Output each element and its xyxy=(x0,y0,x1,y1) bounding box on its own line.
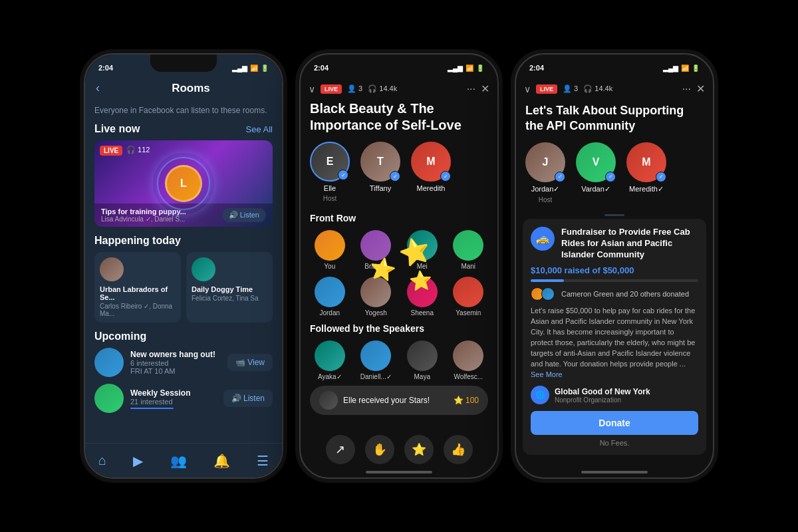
upcoming-avatar-2 xyxy=(94,384,124,413)
home-indicator-3 xyxy=(581,471,648,473)
fundraiser-icon: 🚕 xyxy=(531,227,555,251)
happening-grid: Urban Labradors of Se... Carlos Ribeiro … xyxy=(94,252,273,323)
status-bar-2: 2:04 ▂▄▆ 📶 🔋 xyxy=(301,55,497,77)
front-row-label: Front Row xyxy=(301,213,497,223)
progress-bar-fill xyxy=(531,279,564,282)
followed-ayaka: Ayaka✓ xyxy=(310,340,350,380)
no-fees-label: No Fees. xyxy=(531,439,698,447)
happening-card-1[interactable]: Urban Labradors of Se... Carlos Ribeiro … xyxy=(94,252,181,323)
happening-sub-1: Carlos Ribeiro ✓, Donna Ma... xyxy=(100,303,176,317)
live-card-sub: Lisa Advincula ✓, Daniel S... xyxy=(101,215,186,223)
nav-menu-icon[interactable]: ☰ xyxy=(257,453,269,469)
audience-name-jordan: Jordan xyxy=(319,309,340,317)
see-all-button[interactable]: See All xyxy=(246,124,273,134)
nav-home-icon[interactable]: ⌂ xyxy=(98,453,106,468)
audience-avatar-yasemin xyxy=(453,277,483,307)
listen-button-2[interactable]: 🔊 Listen xyxy=(223,390,273,407)
listeners-count-3: 👤 3 xyxy=(563,84,578,93)
back-arrow[interactable]: ‹ xyxy=(96,81,100,95)
live-tag-2: LIVE xyxy=(321,84,342,94)
more-options-icon[interactable]: ··· xyxy=(467,83,475,95)
listeners-count: 👤 3 xyxy=(347,84,362,93)
speaker-avatar-meredith: M ✓ xyxy=(411,142,451,182)
speaker-name-elle: Elle xyxy=(324,184,336,192)
speaker-name-meredith-3: Meredith✓ xyxy=(629,185,664,194)
status-bar-3: 2:04 ▂▄▆ 📶 🔋 xyxy=(516,55,713,77)
donors-text: Cameron Green and 20 others donated xyxy=(561,290,689,298)
speakers-row: E ✓ Elle Host T ✓ Tiffany M ✓ xyxy=(301,142,497,202)
upcoming-item-2[interactable]: Weekly Session 21 interested 🔊 Listen xyxy=(94,384,273,413)
time-3: 2:04 xyxy=(529,64,544,72)
more-options-icon-3[interactable]: ··· xyxy=(682,83,691,95)
view-button[interactable]: 📹 View xyxy=(227,354,273,371)
audience-jordan: Jordan xyxy=(310,277,350,317)
audience-name-mani: Mani xyxy=(461,263,475,270)
like-button[interactable]: 👍 xyxy=(444,435,473,464)
verified-icon-meredith-3: ✓ xyxy=(656,172,666,182)
verified-icon-vardan: ✓ xyxy=(605,172,616,182)
verified-icon-meredith: ✓ xyxy=(440,171,451,182)
nav-bell-icon[interactable]: 🔔 xyxy=(213,453,230,469)
wave-button[interactable]: ✋ xyxy=(365,435,394,464)
audience-avatar-mani xyxy=(453,230,483,261)
chevron-down-icon[interactable]: ∨ xyxy=(309,84,315,94)
progress-bar-bg xyxy=(531,279,698,282)
verified-icon-tiffany: ✓ xyxy=(390,171,400,182)
live-badge-1: LIVE xyxy=(100,146,122,156)
speaker-elle: E ✓ Elle Host xyxy=(310,142,350,202)
listen-button[interactable]: 🔊 Listen xyxy=(222,208,266,222)
donor-avatars xyxy=(531,287,552,301)
happening-avatar-2 xyxy=(192,257,215,281)
speaker-name-jordan: Jordan✓ xyxy=(531,185,560,194)
bottom-nav-1: ⌂ ▶ 👥 🔔 ☰ xyxy=(85,443,282,477)
chevron-down-icon-3[interactable]: ∨ xyxy=(524,84,531,94)
audio-room-title: Black Beauty & The Importance of Self-Lo… xyxy=(301,100,497,142)
fundraiser-card: 🚕 Fundraiser to Provide Free Cab Rides f… xyxy=(523,219,706,455)
time-2: 2:04 xyxy=(314,64,329,72)
close-icon[interactable]: ✕ xyxy=(481,82,489,95)
audience-you: You xyxy=(310,230,350,270)
page-title-rooms: Rooms xyxy=(110,82,271,95)
speaker-jordan: J ✓ Jordan✓ Host xyxy=(525,142,565,203)
donate-button[interactable]: Donate xyxy=(531,411,698,435)
nav-video-icon[interactable]: ▶ xyxy=(133,453,143,469)
audience-mani: Mani xyxy=(449,230,489,270)
org-row: 🌐 Global Good of New York Nonprofit Orga… xyxy=(531,386,698,404)
verified-icon-elle: ✓ xyxy=(338,170,348,180)
speaker-meredith: M ✓ Meredith xyxy=(411,142,451,202)
star-button[interactable]: ⭐ xyxy=(404,435,434,464)
home-indicator-2 xyxy=(366,471,432,473)
separator xyxy=(604,214,624,216)
live-now-label: Live now xyxy=(94,123,140,135)
speaker-avatar-elle: E ✓ xyxy=(310,142,350,182)
audio-header-2: ∨ LIVE 👤 3 🎧 14.4k ··· ✕ xyxy=(301,77,497,100)
happening-avatar-1 xyxy=(100,257,124,281)
phone-3: 2:04 ▂▄▆ 📶 🔋 ∨ LIVE 👤 3 🎧 14.4k ··· ✕ Le… xyxy=(515,53,714,479)
audience-name-yasemin: Yasemin xyxy=(456,309,481,317)
donor-avatar-2 xyxy=(541,287,555,301)
phone-2: 2:04 ▂▄▆ 📶 🔋 ∨ LIVE 👤 3 🎧 14.4k ··· ✕ Bl… xyxy=(299,53,499,479)
audio-controls: ↗ ✋ ⭐ 👍 xyxy=(301,435,497,464)
audience-name-sheena: Sheena xyxy=(411,309,434,317)
live-card[interactable]: LIVE 🎧 112 L Tips for training puppy... … xyxy=(94,140,273,227)
share-button[interactable]: ↗ xyxy=(326,435,355,464)
speakers-row-3: J ✓ Jordan✓ Host V ✓ Vardan✓ M xyxy=(516,142,713,203)
upcoming-progress xyxy=(130,408,174,409)
status-icons-2: ▂▄▆ 📶 🔋 xyxy=(448,65,484,72)
time-1: 2:04 xyxy=(98,64,113,72)
nav-rooms-icon[interactable]: 👥 xyxy=(170,453,187,469)
happening-card-2[interactable]: Daily Doggy Time Felicia Cortez, Tina Sa xyxy=(186,252,273,323)
close-icon-3[interactable]: ✕ xyxy=(696,82,705,95)
speaker-avatar-meredith-3: M ✓ xyxy=(626,142,666,182)
see-more-link[interactable]: See More xyxy=(531,370,563,378)
followed-avatar-ayaka xyxy=(315,340,345,371)
live-speaker-avatar: L xyxy=(165,165,202,202)
speaker-name-meredith: Meredith xyxy=(417,184,446,192)
notification-bar: Elle received your Stars! ⭐ 100 xyxy=(310,386,488,415)
happening-title-1: Urban Labradors of Se... xyxy=(100,285,176,301)
upcoming-item-1[interactable]: New owners hang out! 6 interested FRI AT… xyxy=(94,348,273,377)
followed-grid: Ayaka✓ Daniell...✓ Maya Wolfesc... xyxy=(301,340,497,380)
headphones-count: 🎧 14.4k xyxy=(368,84,397,93)
followed-avatar-wolfesc xyxy=(453,340,483,371)
audience-yasemin: Yasemin xyxy=(449,277,489,317)
